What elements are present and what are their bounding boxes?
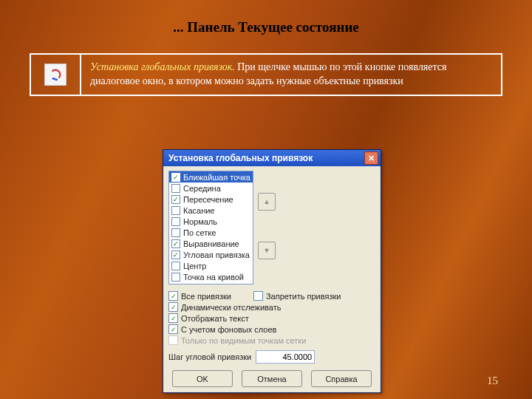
options-group: ✓Все привязки Запретить привязки ✓Динами…	[168, 290, 375, 346]
dialog-buttons: OK Отмена Справка	[168, 370, 375, 387]
checkbox[interactable]	[171, 206, 180, 215]
info-text: Установка глобальных привязок. При щелчк…	[81, 55, 501, 95]
opt-all-snaps[interactable]: ✓Все привязки	[168, 290, 231, 301]
angle-step-row: Шаг угловой привязки	[168, 350, 375, 364]
page-title: ... Панель Текущее состояние	[0, 0, 532, 35]
snap-item-label: Выравнивание	[183, 239, 239, 248]
dialog-title: Установка глобальных привязок	[168, 153, 313, 163]
snap-item-label: По сетке	[183, 228, 216, 237]
info-emphasis: Установка глобальных привязок.	[90, 61, 235, 72]
checkbox[interactable]	[171, 217, 180, 226]
cancel-button[interactable]: Отмена	[242, 370, 302, 387]
icon-cell	[31, 55, 81, 95]
snap-item-label: Угловая привязка	[183, 250, 250, 259]
arrow-up-icon: ▲	[263, 198, 270, 205]
snap-list[interactable]: ✓Ближайшая точкаСередина✓ПересечениеКаса…	[168, 171, 253, 284]
snap-item-label: Касание	[183, 206, 214, 215]
snap-item-label: Середина	[183, 184, 221, 193]
close-button[interactable]: ✕	[364, 151, 378, 165]
snap-dialog: Установка глобальных привязок ✕ ✓Ближайш…	[163, 149, 381, 393]
opt-dynamic-track[interactable]: ✓Динамически отслеживать	[168, 301, 375, 313]
snap-item-label: Пересечение	[183, 195, 233, 204]
move-down-button[interactable]: ▼	[258, 242, 276, 259]
checkbox[interactable]: ✓	[171, 250, 180, 259]
opt-bg-layers[interactable]: ✓С учетом фоновых слоев	[168, 324, 375, 335]
snap-item[interactable]: ✓Выравнивание	[169, 238, 253, 249]
snap-item-label: Точка на кривой	[183, 273, 244, 282]
snap-item[interactable]: Центр	[169, 260, 253, 271]
dialog-titlebar[interactable]: Установка глобальных привязок ✕	[163, 150, 381, 166]
checkbox[interactable]	[171, 273, 180, 282]
opt-visible-only: Только по видимым точкам сетки	[168, 335, 375, 346]
snap-item[interactable]: Касание	[169, 205, 253, 216]
snap-item[interactable]: Точка на кривой	[169, 271, 253, 282]
checkbox[interactable]: ✓	[171, 239, 180, 248]
snap-item-label: Ближайшая точка	[183, 173, 250, 182]
move-up-button[interactable]: ▲	[258, 193, 276, 211]
ok-button[interactable]: OK	[172, 370, 233, 387]
snap-item[interactable]: ✓Угловая привязка	[169, 249, 253, 260]
snap-item[interactable]: Нормаль	[169, 216, 253, 227]
snap-icon	[44, 64, 66, 86]
checkbox[interactable]: ✓	[171, 195, 180, 204]
checkbox[interactable]	[171, 228, 180, 237]
snap-item[interactable]: ✓Ближайшая точка	[169, 171, 253, 183]
arrow-down-icon: ▼	[263, 247, 270, 254]
help-button[interactable]: Справка	[311, 370, 372, 387]
opt-show-text[interactable]: ✓Отображать текст	[168, 313, 375, 324]
dialog-body: ✓Ближайшая точкаСередина✓ПересечениеКаса…	[163, 166, 381, 392]
snap-item[interactable]: ✓Пересечение	[169, 194, 253, 205]
page-number: 15	[487, 375, 498, 387]
checkbox[interactable]: ✓	[171, 173, 180, 182]
snap-item-label: Нормаль	[183, 217, 217, 226]
snap-item[interactable]: Середина	[169, 183, 253, 194]
info-row: Установка глобальных привязок. При щелчк…	[30, 53, 502, 96]
opt-forbid-snaps[interactable]: Запретить привязки	[253, 290, 341, 301]
svg-point-2	[55, 78, 58, 81]
snap-item[interactable]: По сетке	[169, 227, 253, 238]
checkbox[interactable]	[171, 262, 180, 270]
angle-step-input[interactable]	[256, 350, 315, 364]
angle-step-label: Шаг угловой привязки	[168, 352, 251, 361]
snap-item-label: Центр	[183, 262, 207, 270]
checkbox[interactable]	[171, 184, 180, 193]
